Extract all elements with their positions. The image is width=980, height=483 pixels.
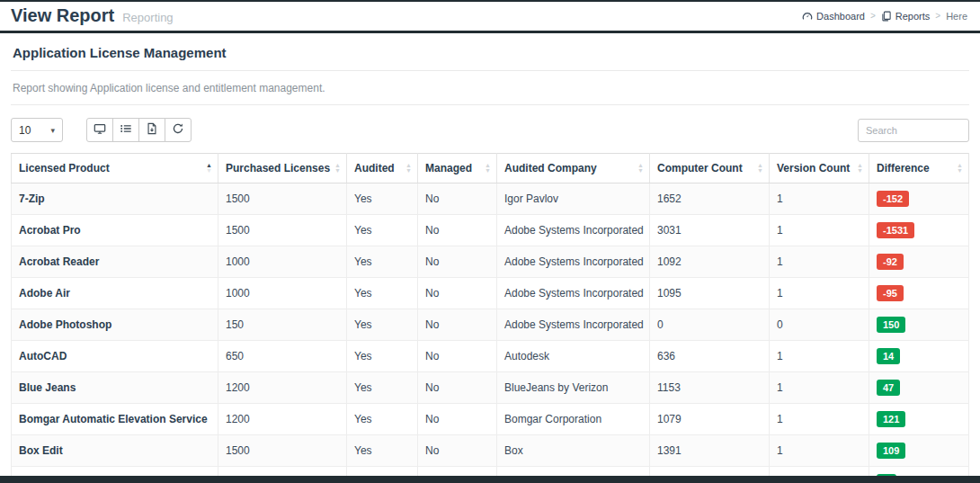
reports-icon	[881, 11, 892, 22]
cell-managed: No	[418, 435, 497, 467]
column-header-managed[interactable]: Managed▲▼	[418, 154, 497, 183]
cell-licensed-product: Box Edit	[12, 435, 218, 467]
report-title: Application License Management	[11, 33, 969, 71]
cell-managed: No	[418, 341, 497, 372]
cell-audited-company: Adobe Systems Incorporated	[497, 309, 650, 341]
breadcrumb-label: Here	[946, 11, 967, 22]
page-length-value: 10	[19, 124, 31, 137]
page-length-select[interactable]: 10 ▾	[11, 118, 63, 142]
cell-licensed-product: Adobe Air	[12, 278, 218, 309]
breadcrumb-separator: >	[870, 11, 876, 21]
table-header-row: Licensed Product▲▼Purchased Licenses▲▼Au…	[12, 154, 969, 183]
cell-managed: No	[418, 372, 497, 404]
breadcrumb: Dashboard > Reports > Here	[802, 11, 967, 22]
cell-purchased-licenses: 1500	[218, 435, 347, 467]
cell-audited-company: BlueJeans by Verizon	[497, 372, 650, 404]
cell-audited-company: Adobe Systems Incorporated	[497, 278, 650, 309]
footer-bar	[0, 476, 980, 483]
cell-purchased-licenses: 1200	[218, 372, 347, 404]
breadcrumb-label: Reports	[895, 11, 931, 22]
sort-icon: ▲▼	[405, 163, 412, 174]
cell-audited-company: Bomgar Corporation	[497, 404, 650, 435]
list-icon	[120, 122, 132, 138]
cell-computer-count: 1079	[650, 404, 770, 435]
table-row: Acrobat Reader 1000 Yes No Adobe Systems…	[12, 246, 969, 278]
cell-licensed-product: AutoCAD	[12, 341, 218, 372]
column-header-audited[interactable]: Audited▲▼	[347, 154, 418, 183]
breadcrumb-label: Dashboard	[816, 11, 865, 22]
monitor-icon	[94, 122, 106, 138]
cell-computer-count: 1652	[650, 183, 770, 215]
cell-version-count: 1	[770, 183, 869, 215]
cell-version-count: 1	[770, 215, 869, 246]
column-label: Purchased Licenses	[226, 162, 330, 174]
difference-badge: 150	[877, 317, 905, 333]
column-label: Difference	[877, 162, 930, 174]
cell-difference: 121	[869, 404, 969, 435]
column-header-audited-company[interactable]: Audited Company▲▼	[497, 154, 650, 183]
cell-version-count: 1	[770, 404, 869, 435]
cell-audited-company: Box	[497, 435, 650, 467]
cell-licensed-product: Blue Jeans	[12, 372, 218, 404]
title-wrap: View Report Reporting	[11, 5, 174, 26]
cell-audited-company: Autodesk	[497, 341, 650, 372]
dashboard-icon	[802, 11, 813, 22]
sort-icon: ▲▼	[857, 163, 863, 174]
page-subtitle: Reporting	[122, 11, 173, 24]
search-wrap	[858, 119, 969, 142]
cell-computer-count: 1391	[650, 435, 770, 467]
column-header-purchased-licenses[interactable]: Purchased Licenses▲▼	[218, 154, 347, 183]
column-header-licensed-product[interactable]: Licensed Product▲▼	[12, 154, 218, 183]
difference-badge: -1531	[877, 222, 914, 238]
column-header-difference[interactable]: Difference▲▼	[869, 154, 969, 183]
breadcrumb-reports[interactable]: Reports	[881, 11, 931, 22]
cell-computer-count: 3031	[650, 215, 770, 246]
column-label: Licensed Product	[19, 162, 110, 174]
cell-difference: -92	[869, 246, 969, 278]
column-header-computer-count[interactable]: Computer Count▲▼	[650, 154, 770, 183]
cell-purchased-licenses: 150	[218, 309, 347, 341]
cell-audited: Yes	[347, 309, 418, 341]
cell-purchased-licenses: 1000	[218, 246, 347, 278]
breadcrumb-dashboard[interactable]: Dashboard	[802, 11, 865, 22]
cell-managed: No	[418, 278, 497, 309]
cell-audited: Yes	[347, 404, 418, 435]
table-row: Acrobat Pro 1500 Yes No Adobe Systems In…	[12, 215, 969, 246]
sort-icon: ▲▼	[757, 163, 763, 174]
column-header-version-count[interactable]: Version Count▲▼	[770, 154, 869, 183]
cell-purchased-licenses: 1200	[218, 404, 347, 435]
difference-badge: 121	[877, 411, 905, 427]
cell-computer-count: 1092	[650, 246, 770, 278]
cell-managed: No	[418, 309, 497, 341]
cell-audited-company: Adobe Systems Incorporated	[497, 215, 650, 246]
cell-version-count: 1	[770, 435, 869, 467]
list-button[interactable]	[112, 118, 139, 142]
cell-version-count: 1	[770, 372, 869, 404]
cell-audited: Yes	[347, 246, 418, 278]
cell-audited: Yes	[347, 183, 418, 215]
cell-version-count: 1	[770, 278, 869, 309]
caret-down-icon: ▾	[50, 126, 55, 135]
cell-licensed-product: Acrobat Reader	[12, 246, 218, 278]
cell-purchased-licenses: 1500	[218, 183, 347, 215]
cell-difference: 47	[869, 372, 969, 404]
search-input[interactable]	[858, 119, 969, 142]
page-title: View Report	[11, 5, 114, 26]
difference-badge: 47	[877, 380, 900, 396]
table-row: Adobe Air 1000 Yes No Adobe Systems Inco…	[12, 278, 969, 309]
cell-licensed-product: Bomgar Automatic Elevation Service	[12, 404, 218, 435]
display-button[interactable]	[86, 118, 113, 142]
table-buttons	[86, 118, 192, 142]
cell-audited: Yes	[347, 372, 418, 404]
cell-managed: No	[418, 246, 497, 278]
difference-badge: -152	[877, 191, 909, 207]
refresh-button[interactable]	[165, 118, 192, 142]
cell-difference: -152	[869, 183, 969, 215]
cell-managed: No	[418, 215, 497, 246]
cell-version-count: 1	[770, 246, 869, 278]
sort-icon: ▲▼	[334, 163, 341, 174]
export-button[interactable]	[138, 118, 165, 142]
cell-version-count: 1	[770, 341, 869, 372]
table-row: Adobe Photoshop 150 Yes No Adobe Systems…	[12, 309, 969, 341]
cell-managed: No	[418, 404, 497, 435]
